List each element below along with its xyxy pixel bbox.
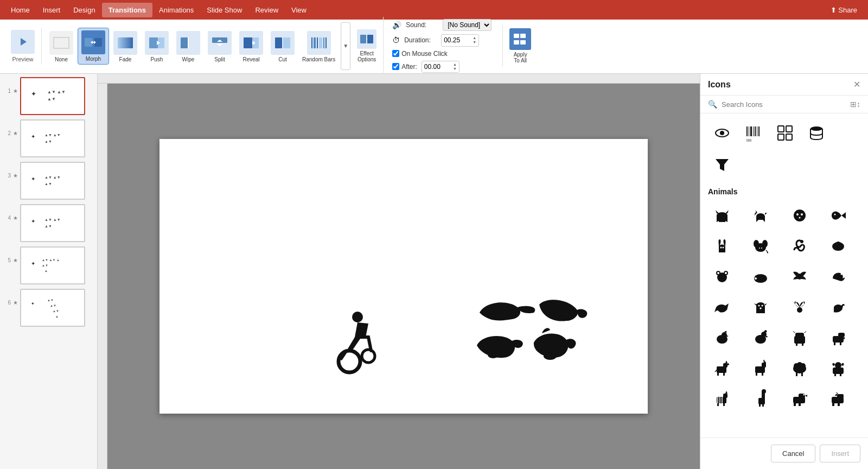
menu-design[interactable]: Design <box>67 3 101 17</box>
svg-rect-25 <box>319 37 322 48</box>
svg-point-79 <box>719 216 721 217</box>
slide-item-1[interactable]: 1 ★ ✦ ▲▼ ▲▼ ▲▼ <box>3 77 94 115</box>
transitions-nav-button[interactable]: ▼ <box>341 22 350 70</box>
icon-filter[interactable] <box>708 150 736 179</box>
icon-eye[interactable] <box>708 119 736 147</box>
on-mouse-click-checkbox[interactable] <box>392 50 399 57</box>
after-checkbox[interactable] <box>392 63 399 70</box>
svg-text:▲: ▲ <box>44 269 48 272</box>
after-up[interactable]: ▲ <box>453 62 457 67</box>
icon-elephant[interactable] <box>786 384 814 412</box>
transition-wipe[interactable]: Wipe <box>173 29 203 65</box>
effect-options-button[interactable]: Effect Options <box>353 27 381 65</box>
icon-peacock[interactable] <box>786 293 814 321</box>
icon-hedgehog[interactable] <box>746 262 775 290</box>
icon-zebra[interactable] <box>708 384 736 412</box>
svg-rect-163 <box>837 394 844 398</box>
icon-rabbit[interactable] <box>708 232 736 260</box>
transition-cut[interactable]: Cut <box>267 29 298 65</box>
icon-owl[interactable] <box>746 293 775 321</box>
slide-item-3[interactable]: 3 ★ ✦ ▲▼ ▲▼ ▲▼ <box>3 162 94 200</box>
transition-reveal[interactable]: Reveal <box>236 29 266 65</box>
preview-button[interactable] <box>11 30 35 54</box>
svg-rect-26 <box>323 37 324 48</box>
icon-donkey[interactable] <box>746 353 775 382</box>
on-mouse-click-label: On Mouse Click <box>401 50 448 58</box>
svg-point-109 <box>758 305 760 307</box>
icon-horse[interactable] <box>708 353 736 382</box>
transition-none[interactable]: None <box>46 29 76 65</box>
icon-barcode[interactable]: ||||||| <box>739 119 768 147</box>
svg-rect-29 <box>367 35 373 43</box>
transition-fade[interactable]: Fade <box>110 29 141 65</box>
share-button[interactable]: ⬆ Share <box>824 3 864 17</box>
slide-thumb-3[interactable]: ✦ ▲▼ ▲▼ ▲▼ <box>20 162 85 200</box>
transition-morph[interactable]: Morph <box>78 28 109 65</box>
slide-thumb-2[interactable]: ✦ ▲▼ ▲▼ ▲▼ <box>20 119 85 157</box>
slide-thumb-4[interactable]: ✦ ▲▼ ▲▼ ▲▼ <box>20 204 85 242</box>
icon-giraffe[interactable] <box>746 384 775 412</box>
slide-item-4[interactable]: 4 ★ ✦ ▲▼ ▲▼ ▲▼ <box>3 204 94 242</box>
svg-marker-78 <box>716 159 729 171</box>
menu-insert[interactable]: Insert <box>36 3 67 17</box>
icon-goat[interactable] <box>824 323 852 351</box>
svg-text:▲▼: ▲▼ <box>44 224 52 228</box>
icon-turtle[interactable] <box>824 232 852 260</box>
slide-thumb-5[interactable]: ✦ ▲▼ ▲▼ ▲ ▲▼ ▲ <box>20 246 85 284</box>
icons-panel: Icons ✕ 🔍 ⊞↕ ||||||| <box>700 74 868 469</box>
svg-rect-27 <box>326 37 327 48</box>
after-down[interactable]: ▼ <box>453 67 457 71</box>
icons-panel-title: Icons <box>708 80 731 90</box>
sound-select[interactable]: [No Sound] <box>443 19 492 31</box>
transition-random-bars[interactable]: Random Bars <box>299 29 339 65</box>
icon-ram[interactable] <box>824 353 852 382</box>
menu-review[interactable]: Review <box>248 3 285 17</box>
search-input[interactable] <box>722 100 846 109</box>
duration-down[interactable]: ▼ <box>473 40 476 45</box>
icon-hamster[interactable] <box>786 201 814 230</box>
icon-rooster[interactable] <box>746 323 775 351</box>
menu-view[interactable]: View <box>285 3 313 17</box>
icon-dog[interactable] <box>746 201 775 230</box>
icon-mouse[interactable] <box>746 232 775 260</box>
cancel-button[interactable]: Cancel <box>771 445 815 462</box>
svg-point-104 <box>755 277 757 280</box>
icon-database[interactable] <box>802 119 831 147</box>
icon-bird-small[interactable] <box>824 262 852 290</box>
svg-rect-32 <box>520 34 526 38</box>
icon-goose[interactable] <box>824 293 852 321</box>
transition-push[interactable]: Push <box>142 29 172 65</box>
slide-item-6[interactable]: 6 ★ ✦ ▲▼ ▲▼ ▲▼ ▲ <box>3 289 94 327</box>
slide-thumb-6[interactable]: ✦ ▲▼ ▲▼ ▲▼ ▲ <box>20 289 85 327</box>
sort-button[interactable]: ⊞↕ <box>850 100 860 109</box>
svg-rect-155 <box>759 403 761 407</box>
icon-bat[interactable] <box>786 262 814 290</box>
slide-item-2[interactable]: 2 ★ ✦ ▲▼ ▲▼ ▲▼ <box>3 119 94 157</box>
icon-dove[interactable] <box>708 293 736 321</box>
icon-chicken[interactable] <box>708 323 736 351</box>
menu-transitions[interactable]: Transitions <box>102 3 152 17</box>
after-input[interactable]: 00.00 <box>424 63 449 71</box>
menu-animations[interactable]: Animations <box>152 3 200 17</box>
icon-rhinoceros[interactable] <box>824 384 852 412</box>
duration-input[interactable]: 00.25 <box>444 36 468 44</box>
svg-rect-7 <box>149 37 158 48</box>
icon-grid[interactable] <box>771 119 799 147</box>
insert-button[interactable]: Insert <box>820 445 860 462</box>
icon-fish[interactable] <box>824 201 852 230</box>
menu-slideshow[interactable]: Slide Show <box>200 3 248 17</box>
svg-point-142 <box>835 362 841 369</box>
icon-cat[interactable] <box>708 201 736 230</box>
apply-to-all-button[interactable]: Apply To All <box>502 25 538 67</box>
slide-item-5[interactable]: 5 ★ ✦ ▲▼ ▲▼ ▲ ▲▼ ▲ <box>3 246 94 284</box>
slide-thumb-1[interactable]: ✦ ▲▼ ▲▼ ▲▼ <box>20 77 85 115</box>
duration-up[interactable]: ▲ <box>473 36 476 40</box>
icon-frog[interactable] <box>708 262 736 290</box>
menu-home[interactable]: Home <box>4 3 36 17</box>
icon-sheep[interactable] <box>786 353 814 382</box>
transition-split[interactable]: Split <box>205 29 235 65</box>
slide-canvas[interactable] <box>159 139 648 414</box>
icon-snake[interactable] <box>786 232 814 260</box>
icons-close-button[interactable]: ✕ <box>853 79 860 90</box>
icon-cow[interactable] <box>786 323 814 351</box>
